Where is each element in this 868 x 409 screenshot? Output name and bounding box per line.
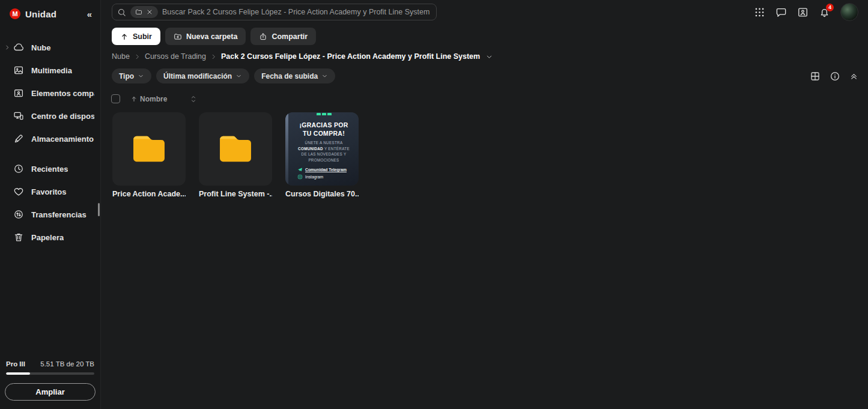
sidebar-item-centro-de-dispositivos[interactable]: Centro de dispositivos [0, 105, 100, 127]
new-folder-button[interactable]: Nueva carpeta [165, 28, 246, 45]
file-thumbnail: ¡GRACIAS POR TU COMPRA! ÚNETE A NUESTRA … [285, 112, 359, 186]
shared-folder-icon [13, 88, 24, 98]
sidebar-scrollbar[interactable] [98, 203, 100, 216]
chevron-right-icon [134, 53, 141, 60]
file-tile-cursos-digitales[interactable]: ¡GRACIAS POR TU COMPRA! ÚNETE A NUESTRA … [285, 112, 359, 198]
sidebar-item-label: Multimedia [31, 66, 72, 75]
thumbnail-logo-clipped [291, 112, 356, 115]
search-icon [117, 8, 126, 17]
folder-icon [217, 134, 254, 164]
item-name: Price Action Acade... [112, 190, 186, 198]
sidebar-nav: Nube Multimedia Elementos compartidos Ce… [0, 28, 100, 249]
sidebar-item-multimedia[interactable]: Multimedia [0, 59, 100, 82]
folder-plus-icon [174, 32, 182, 41]
item-name: Cursos Digitales 70... [285, 190, 359, 198]
item-name: Profit Line System -... [199, 190, 272, 198]
chevron-down-icon [138, 73, 144, 79]
sidebar-item-papelera[interactable]: Papelera [0, 226, 100, 249]
folder-icon [135, 8, 142, 16]
thumbnail-body-text: ÚNETE A NUESTRA COMUNIDAD Y ENTÉRATE DE … [295, 140, 353, 163]
sidebar-item-label: Recientes [31, 165, 68, 174]
chevron-down-icon [235, 73, 242, 79]
upload-button[interactable]: Subir [112, 28, 160, 45]
upload-arrow-icon [120, 32, 129, 41]
folder-thumbnail [199, 112, 272, 186]
cloud-icon [13, 42, 24, 53]
chat-icon[interactable] [775, 7, 787, 18]
sidebar-item-label: Centro de dispositivos [31, 112, 94, 121]
close-icon[interactable] [146, 8, 153, 16]
search-input[interactable] [162, 8, 431, 16]
upgrade-button[interactable]: Ampliar [5, 383, 96, 401]
storage-panel: Pro III 5.51 TB de 20 TB Ampliar [0, 360, 100, 409]
apps-menu-icon[interactable] [754, 7, 765, 18]
sidebar-item-recientes[interactable]: Recientes [0, 157, 100, 180]
action-buttons: Subir Nueva carpeta Compartir [101, 22, 868, 45]
folder-icon [130, 134, 168, 164]
sidebar-item-elementos-compartidos[interactable]: Elementos compartidos [0, 82, 100, 105]
sidebar-item-almacenamiento-de-objetos[interactable]: Almacenamiento de objetos [0, 127, 100, 150]
object-storage-icon [13, 133, 24, 144]
share-icon [259, 32, 267, 41]
info-icon[interactable] [830, 71, 840, 82]
telegram-icon [297, 167, 303, 172]
share-button[interactable]: Compartir [250, 28, 316, 45]
heart-icon [13, 186, 24, 197]
sidebar-collapse-icon[interactable]: « [87, 9, 92, 19]
sidebar-item-label: Papelera [31, 233, 64, 242]
breadcrumb-current[interactable]: Pack 2 Cursos Felipe López - Price Actio… [221, 52, 480, 61]
transfers-icon [13, 209, 24, 220]
breadcrumb-item[interactable]: Cursos de Trading [145, 52, 206, 61]
sidebar-item-label: Transferencias [31, 210, 86, 219]
contacts-icon[interactable] [797, 7, 809, 18]
instagram-icon [297, 174, 303, 180]
mega-logo[interactable]: M [10, 8, 20, 19]
grid-view-icon[interactable] [810, 71, 821, 82]
notifications-bell[interactable]: 4 [819, 7, 830, 18]
sort-by-name[interactable]: Nombre [140, 95, 167, 103]
view-controls [810, 71, 858, 82]
search-folder-filter-chip[interactable] [130, 6, 158, 18]
chevron-down-icon[interactable] [485, 53, 493, 61]
sidebar-item-label: Favoritos [31, 187, 67, 196]
sidebar-group-divider [0, 150, 100, 157]
app-title: Unidad [25, 9, 56, 19]
filter-upload-date[interactable]: Fecha de subida [254, 68, 335, 83]
main-content: 4 Subir Nueva carpeta Compartir Nube Cur… [101, 0, 868, 409]
sort-toggle-icon[interactable] [190, 95, 197, 103]
breadcrumb-item[interactable]: Nube [112, 52, 130, 61]
sort-direction-icon[interactable] [130, 95, 138, 103]
topbar: 4 [101, 0, 868, 22]
select-all-checkbox[interactable] [111, 94, 120, 103]
thumbnail-instagram-link: Instagram [297, 174, 356, 180]
items-grid: Price Action Acade... Profit Line System… [101, 103, 868, 198]
devices-icon [13, 111, 24, 121]
list-header: Nombre [101, 83, 868, 103]
folder-tile-profit-line[interactable]: Profit Line System -... [199, 112, 272, 198]
folder-tile-price-action[interactable]: Price Action Acade... [112, 112, 186, 198]
sidebar-item-transferencias[interactable]: Transferencias [0, 203, 100, 226]
chevron-right-icon[interactable] [4, 44, 11, 50]
storage-progress-fill [6, 372, 30, 375]
chevron-right-icon [210, 53, 217, 60]
filter-type[interactable]: Tipo [112, 68, 151, 83]
image-icon [13, 65, 24, 76]
thumbnail-telegram-link: Comunidad Telegram [297, 167, 356, 172]
avatar[interactable] [840, 3, 858, 21]
sidebar-item-label: Almacenamiento de objetos [31, 135, 94, 144]
sidebar: M Unidad « Nube Multimedia Elementos com… [0, 0, 101, 409]
topbar-icons: 4 [754, 3, 858, 21]
search-bar[interactable] [112, 4, 437, 20]
sidebar-header: M Unidad « [0, 0, 100, 28]
chevron-down-icon [321, 73, 328, 79]
sidebar-item-favoritos[interactable]: Favoritos [0, 180, 100, 203]
plan-name: Pro III [6, 360, 25, 368]
sidebar-item-label: Nube [31, 43, 51, 52]
storage-usage: 5.51 TB de 20 TB [40, 360, 94, 368]
sidebar-item-nube[interactable]: Nube [0, 36, 100, 59]
breadcrumb: Nube Cursos de Trading Pack 2 Cursos Fel… [101, 45, 868, 61]
collapse-up-icon[interactable] [849, 71, 858, 80]
sidebar-item-label: Elementos compartidos [31, 89, 94, 98]
filter-last-modified[interactable]: Última modificación [156, 68, 249, 83]
storage-progress-track [6, 372, 94, 375]
